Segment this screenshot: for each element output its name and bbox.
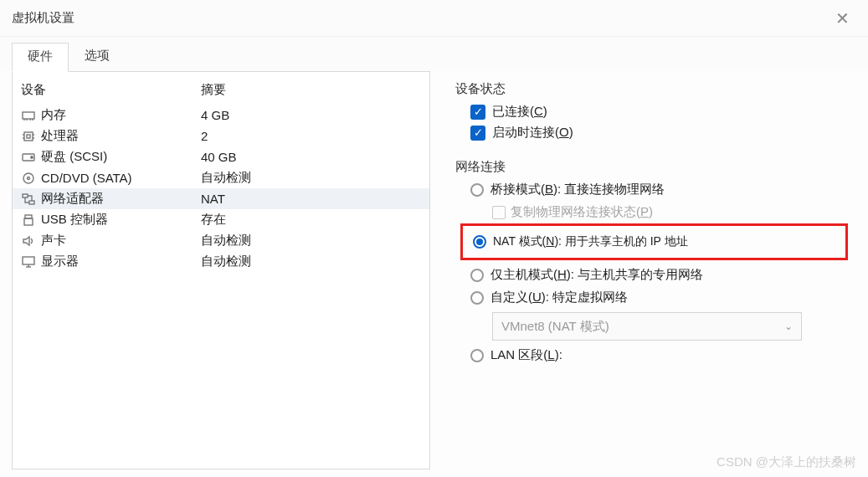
radio-checked-icon [473,235,486,249]
chevron-down-icon: ⌄ [784,321,793,332]
network-connection-group-label: 网络连接 [455,159,848,175]
device-row-sound[interactable]: 声卡 自动检测 [13,230,429,251]
device-label: 内存 [41,107,66,123]
device-summary: NAT [201,192,225,206]
close-icon[interactable]: ✕ [829,5,856,32]
usb-icon [21,213,36,227]
radio-label: LAN 区段(L): [490,347,562,363]
device-summary: 自动检测 [201,170,251,186]
device-summary: 存在 [201,212,226,228]
device-status-group-label: 设备状态 [455,81,848,97]
device-row-processor[interactable]: 处理器 2 [13,126,429,146]
device-label: 显示器 [41,254,79,269]
window-title: 虚拟机设置 [12,10,74,26]
header-device: 设备 [21,82,201,98]
radio-lan-segment[interactable]: LAN 区段(L): [470,347,848,363]
radio-icon [470,269,484,282]
device-row-usb[interactable]: USB 控制器 存在 [13,209,429,230]
device-label: 处理器 [41,128,79,144]
cpu-icon [21,130,36,143]
svg-point-13 [23,173,33,183]
radio-icon [470,291,484,305]
cd-icon [21,172,36,185]
svg-rect-16 [29,201,34,204]
device-summary: 40 GB [201,150,237,164]
svg-rect-19 [23,257,34,264]
checkbox-label: 已连接(C) [492,104,547,120]
checkbox-connected[interactable]: ✓ 已连接(C) [470,104,848,120]
radio-hostonly[interactable]: 仅主机模式(H): 与主机共享的专用网络 [470,267,848,283]
radio-label: 桥接模式(B): 直接连接物理网络 [490,182,665,197]
device-label: 声卡 [41,233,66,249]
memory-icon [21,109,36,122]
device-label: 网络适配器 [41,191,104,207]
display-icon [21,255,36,269]
radio-icon [470,183,484,197]
hardware-list-panel: 设备 摘要 内存 4 GB 处理器 2 硬盘 (SCSI) 40 GB CD/D… [12,71,430,469]
radio-icon [470,349,484,362]
svg-rect-15 [23,194,28,197]
device-label: 硬盘 (SCSI) [41,149,107,165]
checkbox-replicate-state: 复制物理网络连接状态(P) [492,204,848,220]
device-row-disk[interactable]: 硬盘 (SCSI) 40 GB [13,146,429,167]
svg-rect-18 [24,218,33,225]
device-summary: 2 [201,129,208,143]
svg-rect-5 [24,132,33,141]
device-row-display[interactable]: 显示器 自动检测 [13,251,429,272]
device-table-header: 设备 摘要 [13,79,429,105]
header-summary: 摘要 [201,82,226,98]
checkbox-label: 启动时连接(O) [492,125,573,141]
radio-nat[interactable]: NAT 模式(N): 用于共享主机的 IP 地址 [460,223,848,260]
device-summary: 4 GB [201,108,229,122]
tab-options[interactable]: 选项 [69,42,126,71]
device-label: USB 控制器 [41,212,108,228]
content-area: 设备 摘要 内存 4 GB 处理器 2 硬盘 (SCSI) 40 GB CD/D… [0,71,868,477]
svg-point-12 [31,156,33,157]
svg-rect-0 [23,112,34,119]
device-summary: 自动检测 [201,254,251,269]
svg-point-14 [28,177,30,179]
radio-bridged[interactable]: 桥接模式(B): 直接连接物理网络 [470,182,848,197]
disk-icon [21,151,36,164]
radio-label: 自定义(U): 特定虚拟网络 [490,290,628,305]
radio-label: NAT 模式(N): 用于共享主机的 IP 地址 [493,234,688,249]
tab-hardware[interactable]: 硬件 [12,43,69,72]
checkbox-disabled-icon [492,206,506,219]
titlebar: 虚拟机设置 ✕ [0,0,868,37]
sound-icon [21,234,36,248]
checkbox-label: 复制物理网络连接状态(P) [511,204,653,220]
select-value: VMnet8 (NAT 模式) [501,319,609,335]
watermark: CSDN @大泽上的扶桑树 [716,454,856,470]
checkbox-connect-at-poweron[interactable]: ✓ 启动时连接(O) [470,125,848,141]
device-row-cddvd[interactable]: CD/DVD (SATA) 自动检测 [13,167,429,188]
tab-strip: 硬件 选项 [0,37,868,71]
device-detail-panel: 设备状态 ✓ 已连接(C) ✓ 启动时连接(O) 网络连接 桥接模式(B): 直… [430,71,856,469]
device-label: CD/DVD (SATA) [41,171,132,185]
radio-label: 仅主机模式(H): 与主机共享的专用网络 [490,267,703,283]
device-summary: 自动检测 [201,233,251,249]
svg-rect-6 [27,135,30,138]
network-icon [21,192,36,206]
check-icon: ✓ [470,105,485,120]
device-row-memory[interactable]: 内存 4 GB [13,105,429,126]
device-row-network[interactable]: 网络适配器 NAT [13,188,429,209]
custom-network-select[interactable]: VMnet8 (NAT 模式) ⌄ [492,312,802,341]
check-icon: ✓ [470,126,485,141]
device-table: 设备 摘要 内存 4 GB 处理器 2 硬盘 (SCSI) 40 GB CD/D… [13,79,429,272]
radio-custom[interactable]: 自定义(U): 特定虚拟网络 [470,290,848,305]
